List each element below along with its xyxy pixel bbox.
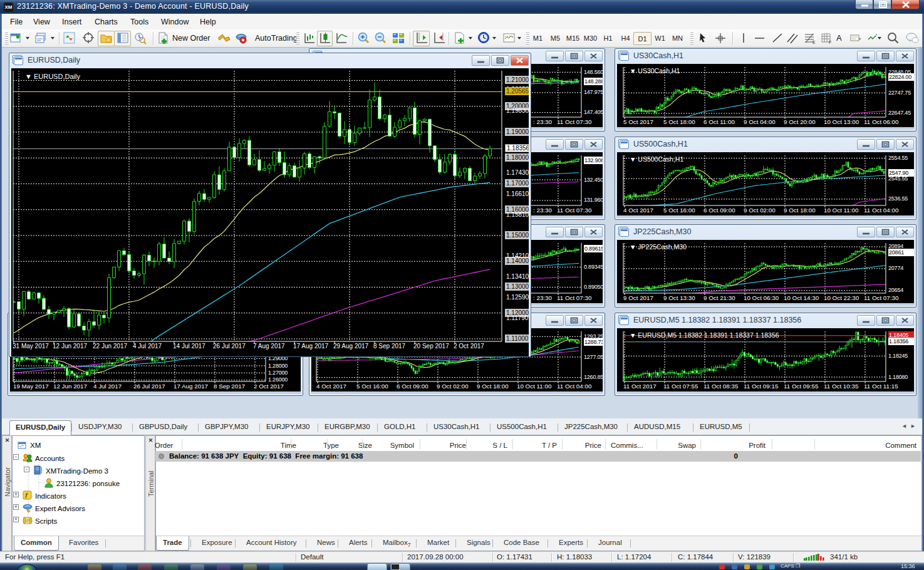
svg-text:▼ EURUSD,M5 1.18382 1.18391 1: ▼ EURUSD,M5 1.18382 1.18391 1.18337 1.18… <box>630 331 779 339</box>
svg-text:E: E <box>812 40 816 44</box>
svg-text:▼ JP225Cash,M30: ▼ JP225Cash,M30 <box>630 243 687 251</box>
svg-text:▼ US30Cash,H1: ▼ US30Cash,H1 <box>630 67 680 75</box>
svg-text:▼ EURUSD,Daily: ▼ EURUSD,Daily <box>25 73 80 80</box>
svg-text:▼ US500Cash,H1: ▼ US500Cash,H1 <box>630 155 683 163</box>
svg-text:F: F <box>829 40 831 44</box>
